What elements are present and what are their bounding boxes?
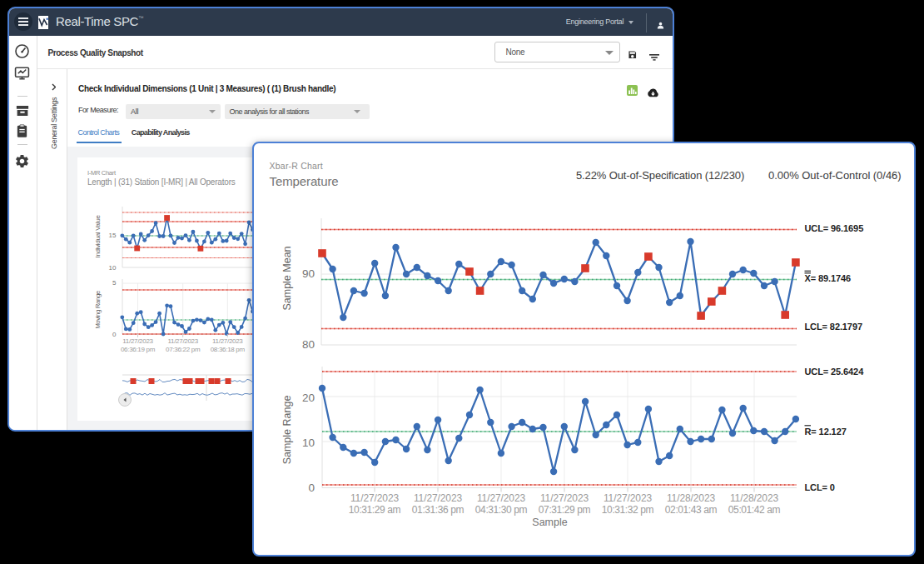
svg-text:08:36:18 pm: 08:36:18 pm [211, 346, 246, 353]
svg-text:Moving Range: Moving Range [94, 290, 102, 329]
svg-text:LCL= 82.1797: LCL= 82.1797 [805, 322, 862, 332]
svg-text:General Settings: General Settings [50, 97, 58, 149]
svg-text:90: 90 [302, 267, 315, 280]
svg-text:11/27/2023: 11/27/2023 [212, 337, 243, 345]
svg-text:11/27/2023: 11/27/2023 [477, 492, 526, 504]
svg-text:R= 12.127: R= 12.127 [805, 427, 847, 437]
svg-text:11/27/2023: 11/27/2023 [604, 492, 653, 504]
svg-text:UCL= 96.1695: UCL= 96.1695 [805, 223, 864, 233]
svg-text:11/27/2023: 11/27/2023 [122, 337, 153, 345]
svg-text:11/28/2023: 11/28/2023 [667, 492, 716, 504]
svg-text:10: 10 [109, 264, 117, 272]
svg-text:Individual Value: Individual Value [94, 215, 102, 258]
svg-text:11/28/2023: 11/28/2023 [730, 492, 779, 504]
svg-text:11/27/2023: 11/27/2023 [350, 492, 400, 504]
svg-text:80: 80 [302, 338, 315, 351]
svg-text:15: 15 [109, 232, 117, 239]
svg-text:07:31:29 pm: 07:31:29 pm [539, 504, 591, 516]
svg-text:UCL= 25.6424: UCL= 25.6424 [805, 367, 865, 377]
svg-text:20: 20 [302, 392, 315, 404]
svg-text:06:36:19 pm: 06:36:19 pm [121, 346, 156, 353]
svg-text:10:31:32 pm: 10:31:32 pm [602, 504, 654, 516]
svg-text:0: 0 [308, 482, 315, 494]
svg-text:05:01:42 am: 05:01:42 am [728, 504, 781, 516]
svg-text:04:31:30 pm: 04:31:30 pm [475, 504, 528, 516]
svg-text:5: 5 [112, 279, 117, 287]
svg-text:Sample Mean: Sample Mean [281, 246, 293, 310]
svg-text:11/27/2023: 11/27/2023 [414, 492, 463, 504]
svg-text:10: 10 [302, 437, 315, 449]
svg-text:10:31:29 am: 10:31:29 am [349, 504, 401, 516]
svg-text:11/27/2023: 11/27/2023 [540, 492, 589, 504]
svg-text:X= 89.1746: X= 89.1746 [805, 273, 852, 283]
svg-text:0: 0 [112, 331, 117, 338]
svg-text:01:31:36 pm: 01:31:36 pm [412, 504, 464, 516]
svg-text:LCL= 0: LCL= 0 [805, 482, 835, 492]
svg-text:11/27/2023: 11/27/2023 [167, 337, 198, 345]
svg-text:Sample Range: Sample Range [281, 396, 293, 465]
svg-text:02:01:43 am: 02:01:43 am [665, 504, 718, 516]
svg-text:07:36:22 pm: 07:36:22 pm [166, 346, 201, 353]
svg-text:Sample: Sample [532, 517, 567, 528]
